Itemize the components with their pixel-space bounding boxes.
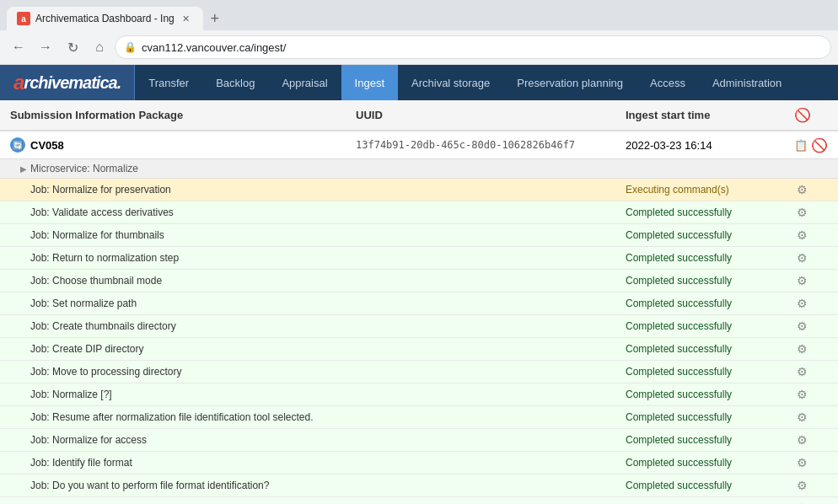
browser-chrome: a Archivematica Dashboard - Ing ✕ + ← → … (0, 0, 838, 65)
browser-toolbar: ← → ↻ ⌂ 🔒 cvan112.vancouver.ca/ingest/ (0, 30, 838, 64)
sip-actions: 📋 🚫 (794, 137, 828, 153)
active-tab: a Archivematica Dashboard - Ing ✕ (7, 7, 203, 30)
job-name: Job: Normalize [?] (30, 389, 356, 400)
reload-button[interactable]: ↻ (61, 35, 84, 59)
job-gear-icon[interactable]: ⚙ (794, 387, 809, 402)
job-status: Executing command(s) (626, 184, 794, 196)
job-gear-icon[interactable]: ⚙ (794, 296, 809, 311)
job-gear-icon[interactable]: ⚙ (794, 228, 809, 243)
job-gear-icon[interactable]: ⚙ (794, 455, 809, 470)
job-gear-icon[interactable]: ⚙ (794, 364, 809, 379)
app-header: archivematica. Transfer Backlog Appraisa… (0, 65, 838, 100)
job-gear-icon[interactable]: ⚙ (794, 273, 809, 288)
job-row: Job: Create DIP directory Completed succ… (0, 338, 838, 361)
job-row: Job: Validate access derivatives Complet… (0, 201, 838, 224)
job-row: Job: Choose thumbnail mode Completed suc… (0, 270, 838, 292)
job-name: Job: Validate access derivatives (30, 206, 356, 218)
job-name: Job: Create thumbnails directory (30, 320, 356, 332)
logo-text: rchivematica. (24, 73, 121, 93)
sip-report-button[interactable]: 📋 (794, 137, 808, 153)
job-gear-icon[interactable]: ⚙ (794, 182, 809, 197)
col-actions-header: 🚫 (794, 107, 828, 123)
job-status: Completed successfully (626, 366, 794, 378)
job-status: Completed successfully (626, 411, 794, 423)
job-status: Completed successfully (626, 298, 794, 309)
col-time-header: Ingest start time (626, 109, 794, 121)
job-row: Job: Normalize for access Completed succ… (0, 429, 838, 452)
job-row: Job: Do you want to perform file format … (0, 475, 838, 497)
sip-uuid: 13f74b91-20db-465c-80d0-1062826b46f7 (356, 139, 626, 151)
address-bar[interactable]: 🔒 cvan112.vancouver.ca/ingest/ (115, 35, 831, 59)
stop-all-icon: 🚫 (794, 108, 811, 122)
job-row: Job: Normalize [?] Completed successfull… (0, 383, 838, 406)
jobs-container: Job: Normalize for preservation Executin… (0, 179, 838, 504)
nav-access[interactable]: Access (637, 65, 699, 100)
address-text: cvan112.vancouver.ca/ingest/ (142, 41, 286, 54)
job-name: Job: Resume after normalization file ide… (30, 411, 356, 423)
microservice-group-label: Microservice: Normalize (30, 163, 138, 174)
job-row: Job: Move to processing directory Comple… (0, 361, 838, 383)
sip-name: CV058 (30, 139, 64, 152)
job-gear-icon[interactable]: ⚙ (794, 319, 809, 334)
job-name: Job: Identify file format (30, 457, 356, 469)
sip-start-time: 2022-03-23 16:14 (626, 139, 794, 152)
forward-button[interactable]: → (34, 35, 57, 59)
job-gear-icon[interactable]: ⚙ (794, 250, 809, 265)
job-status: Completed successfully (626, 252, 794, 264)
nav-backlog[interactable]: Backlog (202, 65, 268, 100)
job-name: Job: Return to normalization step (30, 252, 356, 264)
job-row: Job: Move to select file ID tool Complet… (0, 497, 838, 504)
job-status: Completed successfully (626, 457, 794, 469)
sip-stop-button[interactable]: 🚫 (811, 137, 828, 153)
col-uuid-header: UUID (356, 109, 626, 121)
job-row: Job: Identify file format Completed succ… (0, 452, 838, 475)
main-nav: Transfer Backlog Appraisal Ingest Archiv… (135, 65, 838, 100)
logo-letter-a: a (13, 71, 24, 94)
job-name: Job: Do you want to perform file format … (30, 480, 356, 491)
tab-title: Archivematica Dashboard - Ing (35, 13, 175, 24)
main-content: Submission Information Package UUID Inge… (0, 100, 838, 504)
new-tab-button[interactable]: + (203, 7, 227, 30)
app-logo: archivematica. (0, 65, 135, 100)
job-status: Completed successfully (626, 343, 794, 355)
job-name: Job: Normalize for thumbnails (30, 229, 356, 241)
job-status: Completed successfully (626, 275, 794, 287)
job-gear-icon[interactable]: ⚙ (794, 478, 809, 493)
job-status: Completed successfully (626, 480, 794, 491)
back-button[interactable]: ← (7, 35, 30, 59)
job-row: Job: Normalize for thumbnails Completed … (0, 224, 838, 247)
tab-favicon: a (17, 12, 30, 25)
address-protocol: cvan112. (142, 41, 186, 54)
job-gear-icon[interactable]: ⚙ (794, 205, 809, 220)
nav-transfer[interactable]: Transfer (135, 65, 202, 100)
nav-administration[interactable]: Administration (699, 65, 795, 100)
job-name: Job: Normalize for access (30, 434, 356, 446)
nav-archival-storage[interactable]: Archival storage (398, 65, 503, 100)
close-tab-button[interactable]: ✕ (180, 12, 193, 25)
nav-preservation-planning[interactable]: Preservation planning (503, 65, 637, 100)
home-button[interactable]: ⌂ (88, 35, 111, 59)
nav-ingest[interactable]: Ingest (341, 65, 398, 100)
job-row: Job: Resume after normalization file ide… (0, 406, 838, 429)
job-status: Completed successfully (626, 434, 794, 446)
job-row: Job: Return to normalization step Comple… (0, 247, 838, 270)
job-name: Job: Set normalize path (30, 298, 356, 309)
job-status: Completed successfully (626, 229, 794, 241)
job-gear-icon[interactable]: ⚙ (794, 410, 809, 425)
job-status: Completed successfully (626, 206, 794, 218)
job-gear-icon[interactable]: ⚙ (794, 501, 809, 504)
nav-appraisal[interactable]: Appraisal (268, 65, 341, 100)
job-name: Job: Normalize for preservation (30, 184, 356, 196)
address-path: /ingest/ (250, 41, 286, 54)
job-row: Job: Set normalize path Completed succes… (0, 292, 838, 315)
sip-refresh-icon: 🔄 (10, 137, 25, 153)
job-status: Completed successfully (626, 389, 794, 400)
job-gear-icon[interactable]: ⚙ (794, 432, 809, 448)
col-sip-header: Submission Information Package (10, 109, 356, 121)
microservice-group-header[interactable]: Microservice: Normalize (0, 159, 838, 179)
security-icon: 🔒 (124, 41, 137, 53)
job-name: Job: Choose thumbnail mode (30, 275, 356, 287)
job-gear-icon[interactable]: ⚙ (794, 341, 809, 357)
job-row: Job: Normalize for preservation Executin… (0, 179, 838, 201)
sip-row: 🔄 CV058 13f74b91-20db-465c-80d0-1062826b… (0, 131, 838, 159)
